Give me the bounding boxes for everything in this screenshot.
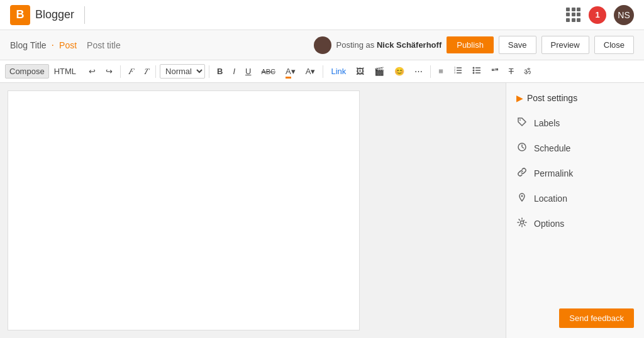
text-color-icon: A [286,67,291,79]
sidebar-item-location[interactable]: Location [506,186,644,211]
toolbar-divider-5 [430,65,431,78]
font-family-button[interactable]: 𝐹 [125,65,137,79]
apps-dot [572,13,575,16]
undo-button[interactable]: ↩ [85,65,99,78]
apps-dot [566,8,570,11]
apps-dot [577,13,580,16]
location-label: Location [534,194,567,204]
editor-area [0,83,506,338]
gear-icon [516,217,528,230]
sidebar-item-options[interactable]: Options [506,211,644,236]
post-header: Blog Title · Post Posting as Nick Schäfe… [0,30,644,60]
toolbar: Compose HTML ↩ ↪ 𝐹 𝑇 Normal B I U ABC A▾… [0,60,644,83]
tag-icon [516,117,528,129]
main-area: ▶ Post settings Labels Schedule [0,83,644,338]
posting-as-avatar [314,36,331,54]
svg-point-6 [472,67,474,69]
apps-dot [577,18,580,22]
dot-separator: · [52,40,54,51]
posting-as-text: Posting as Nick Schäferhoff [336,40,442,50]
blogger-logo: B Blogger [10,5,74,25]
schedule-label: Schedule [534,143,570,153]
sidebar-item-labels[interactable]: Labels [506,111,644,136]
post-title-input[interactable] [82,40,309,50]
navbar-divider [84,6,85,24]
navbar-right: 1 NS [566,5,634,25]
apps-dot [572,18,575,22]
toolbar-divider-3 [209,65,209,78]
image-button[interactable]: 🖼 [352,65,368,78]
svg-point-12 [519,119,521,121]
sidebar: ▶ Post settings Labels Schedule [506,83,644,338]
html-button[interactable]: HTML [50,64,80,79]
emoji-button[interactable]: 😊 [391,65,408,78]
apps-dot [577,8,580,11]
svg-point-7 [472,70,474,72]
align-button[interactable]: ≡ [435,65,447,78]
editor-canvas[interactable] [8,90,360,330]
format-select[interactable]: Normal [160,64,205,79]
permalink-label: Permalink [534,168,573,178]
toolbar-divider-1 [120,65,121,78]
preview-button[interactable]: Preview [541,36,589,54]
clock-icon [516,142,528,155]
link-icon [516,167,528,180]
strikethrough-button[interactable]: ABC [257,66,279,77]
svg-point-8 [472,72,474,74]
author-name: Nick Schäferhoff [377,40,441,50]
avatar[interactable]: NS [614,5,634,25]
post-settings-arrow-icon: ▶ [516,93,523,103]
compose-button[interactable]: Compose [5,64,49,79]
unordered-list-icon [472,66,481,75]
notification-badge[interactable]: 1 [589,6,606,24]
apps-icon[interactable] [566,8,581,23]
publish-button[interactable]: Publish [447,36,494,53]
svg-text:3: 3 [454,71,456,74]
toolbar-divider-4 [323,65,323,78]
sidebar-item-schedule[interactable]: Schedule [506,136,644,161]
ordered-list-icon: 1 2 3 [453,66,462,75]
video-button[interactable]: 🎬 [370,65,388,78]
link-button[interactable]: Link [327,65,350,78]
text-color-button[interactable]: A▾ [282,65,299,78]
svg-line-15 [522,147,524,148]
italic-button[interactable]: I [229,65,239,78]
send-feedback-button[interactable]: Send feedback [559,308,634,328]
blog-title: Blog Title [10,40,47,50]
quote-button[interactable]: ❝❞ [487,65,502,77]
blogger-logo-icon: B [10,5,30,25]
sidebar-item-permalink[interactable]: Permalink [506,161,644,186]
apps-dot [566,18,570,22]
pin-icon [516,192,528,205]
toolbar-divider-2 [155,65,156,78]
font-size-button[interactable]: 𝑇 [140,65,152,79]
apps-dot [566,13,570,16]
remove-format-button[interactable]: T [505,65,518,78]
save-button[interactable]: Save [499,36,536,54]
bold-button[interactable]: B [213,65,226,78]
apps-dot [572,8,575,11]
navbar: B Blogger 1 NS [0,0,644,30]
special-chars-button[interactable]: ॐ [520,65,535,79]
underline-button[interactable]: U [242,65,255,78]
redo-button[interactable]: ↪ [102,65,116,78]
remove-format-icon: T [509,67,514,76]
compose-html-section: Compose HTML [5,64,80,79]
posting-as: Posting as Nick Schäferhoff [314,36,442,54]
highlight-color-button[interactable]: A▾ [302,65,319,78]
close-button[interactable]: Close [594,36,634,54]
labels-label: Labels [534,118,560,128]
options-label: Options [534,219,564,229]
ordered-list-button[interactable]: 1 2 3 [450,64,466,79]
unordered-list-button[interactable] [469,64,485,79]
more-button[interactable]: ⋯ [411,65,426,78]
sidebar-header: ▶ Post settings [506,90,644,111]
post-label: Post [59,40,77,50]
svg-point-16 [521,195,523,197]
blogger-logo-text: Blogger [35,8,74,21]
post-settings-title: Post settings [527,93,577,103]
avatar-label: NS [618,10,630,20]
